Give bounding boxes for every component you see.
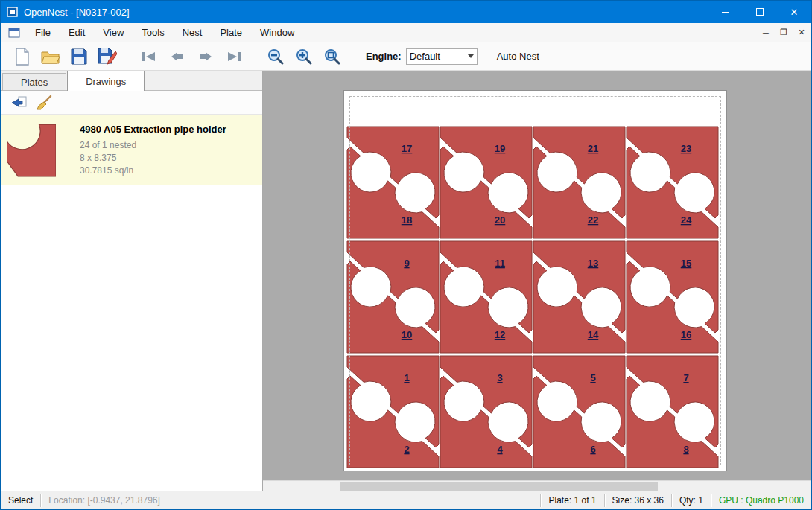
- previous-plate-button[interactable]: [165, 45, 190, 68]
- clear-broom-button[interactable]: [34, 93, 54, 112]
- first-arrow-icon: [141, 51, 157, 63]
- part-number: 24: [681, 214, 692, 226]
- auto-nest-button[interactable]: Auto Nest: [491, 47, 545, 66]
- return-part-button[interactable]: [8, 93, 29, 112]
- engine-combobox[interactable]: Default: [406, 48, 478, 65]
- scrollbar-thumb[interactable]: [340, 482, 658, 491]
- part-number: 12: [495, 329, 505, 340]
- drawing-dimensions: 8 x 8.375: [80, 152, 226, 165]
- status-plate: Plate: 1 of 1: [541, 495, 603, 506]
- app-window: OpenNest - [N0317-002] ✕ File Edit View …: [0, 0, 812, 510]
- tab-drawings[interactable]: Drawings: [67, 71, 145, 91]
- part-number: 15: [681, 258, 691, 269]
- title-bar: OpenNest - [N0317-002] ✕: [1, 1, 811, 23]
- part-number: 20: [495, 214, 505, 226]
- next-arrow-icon: [198, 51, 213, 63]
- save-floppy-icon: [71, 48, 87, 65]
- part-number: 18: [402, 214, 412, 226]
- menu-plate[interactable]: Plate: [211, 24, 251, 41]
- nest-pair[interactable]: 34: [440, 356, 532, 468]
- maximize-button[interactable]: [743, 1, 777, 23]
- menu-view[interactable]: View: [94, 24, 133, 41]
- close-icon: ✕: [790, 7, 799, 18]
- main-toolbar: Engine: Default Auto Nest: [1, 42, 811, 71]
- part-number: 8: [683, 444, 688, 455]
- open-folder-icon: [41, 48, 60, 65]
- nest-pair[interactable]: 910: [347, 241, 439, 353]
- mdi-minimize-button[interactable]: ─: [758, 25, 774, 40]
- zoom-fit-button[interactable]: [320, 45, 345, 68]
- next-plate-button[interactable]: [193, 45, 218, 68]
- nest-canvas[interactable]: 171819202122232491011121314151612345678: [263, 71, 811, 491]
- drawing-area: 30.7815 sq/in: [80, 165, 226, 177]
- close-button[interactable]: ✕: [777, 1, 811, 23]
- nest-pair[interactable]: 1718: [347, 127, 439, 238]
- drawing-info: 4980 A05 Extraction pipe holder 24 of 1 …: [59, 121, 226, 177]
- app-icon: [7, 6, 19, 18]
- part-number: 9: [404, 258, 409, 269]
- side-panel: Plates Drawings: [1, 71, 263, 491]
- part-number: 21: [588, 143, 598, 154]
- menu-file[interactable]: File: [26, 24, 60, 41]
- menu-bar: File Edit View Tools Nest Plate Window ─…: [1, 23, 811, 42]
- nest-pair[interactable]: 12: [347, 356, 439, 468]
- new-button[interactable]: [10, 45, 35, 68]
- status-mode: Select: [1, 495, 40, 506]
- horizontal-scrollbar[interactable]: [263, 480, 811, 491]
- part-number: 17: [402, 143, 412, 154]
- nest-pair[interactable]: 1920: [440, 127, 532, 238]
- mdi-close-button[interactable]: ✕: [793, 25, 810, 40]
- save-button[interactable]: [66, 45, 92, 68]
- part-number: 16: [681, 329, 691, 340]
- drawing-nested-count: 24 of 1 nested: [80, 139, 226, 152]
- part-number: 23: [681, 143, 691, 154]
- nest-drawing[interactable]: 171819202122232491011121314151612345678: [344, 91, 728, 472]
- zoom-fit-icon: [323, 48, 341, 66]
- part-number: 5: [590, 372, 595, 383]
- nest-pair[interactable]: 78: [627, 356, 718, 468]
- status-gpu: GPU : Quadro P1000: [711, 495, 811, 506]
- nest-pair[interactable]: 1112: [440, 241, 532, 353]
- tab-plates[interactable]: Plates: [2, 73, 66, 90]
- save-as-pencil-icon: [98, 48, 117, 66]
- plate[interactable]: 171819202122232491011121314151612345678: [343, 90, 727, 471]
- last-plate-button[interactable]: [221, 45, 247, 68]
- save-as-button[interactable]: [95, 45, 120, 68]
- menu-nest[interactable]: Nest: [174, 24, 212, 41]
- zoom-out-button[interactable]: [263, 45, 288, 68]
- maximize-icon: [756, 8, 764, 16]
- minimize-button[interactable]: [708, 1, 743, 23]
- open-button[interactable]: [38, 45, 63, 68]
- nest-pair[interactable]: 1516: [627, 241, 718, 353]
- menu-window[interactable]: Window: [251, 24, 303, 41]
- part-number: 11: [495, 258, 505, 269]
- previous-arrow-icon: [170, 51, 185, 63]
- nest-pair[interactable]: 2122: [533, 127, 625, 238]
- status-location: Location: [-0.9437, 21.8796]: [41, 495, 167, 506]
- content-area: Plates Drawings: [1, 71, 811, 491]
- broom-icon: [36, 95, 52, 110]
- combo-dropdown-icon: [468, 54, 474, 58]
- status-size: Size: 36 x 36: [605, 495, 671, 506]
- tab-strip: Plates Drawings: [1, 71, 262, 91]
- part-thumbnail: [7, 124, 56, 177]
- nest-pair[interactable]: 2324: [627, 127, 718, 238]
- part-number: 7: [683, 372, 688, 383]
- nest-pair[interactable]: 1314: [533, 241, 625, 353]
- part-number: 10: [402, 329, 412, 340]
- zoom-in-button[interactable]: [291, 45, 317, 68]
- window-title: OpenNest - [N0317-002]: [24, 7, 130, 18]
- part-number: 22: [588, 214, 598, 226]
- drawing-list-item[interactable]: 4980 A05 Extraction pipe holder 24 of 1 …: [1, 115, 262, 185]
- mdi-restore-button[interactable]: ❐: [775, 25, 792, 40]
- menu-edit[interactable]: Edit: [60, 24, 94, 41]
- part-number: 4: [497, 444, 503, 455]
- drawings-toolbar: [1, 91, 262, 115]
- part-number: 2: [404, 444, 409, 455]
- nest-pair[interactable]: 56: [533, 356, 625, 468]
- first-plate-button[interactable]: [136, 45, 162, 68]
- mdi-document-icon: [8, 28, 20, 38]
- zoom-out-icon: [267, 48, 285, 66]
- drawing-title: 4980 A05 Extraction pipe holder: [80, 124, 226, 135]
- menu-tools[interactable]: Tools: [133, 24, 173, 41]
